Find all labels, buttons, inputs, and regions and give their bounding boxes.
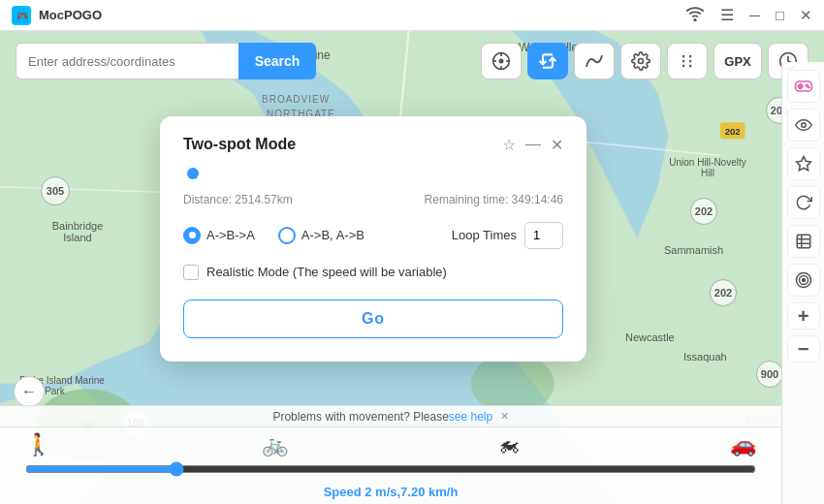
app-icon: 🎮 bbox=[12, 6, 31, 25]
modal-favorite-button[interactable]: ☆ bbox=[502, 136, 516, 154]
realistic-mode-checkbox[interactable] bbox=[183, 265, 199, 280]
modal-minimize-button[interactable]: — bbox=[525, 136, 541, 153]
title-bar-left: 🎮 MocPOGO bbox=[12, 6, 102, 25]
distance-label: Distance: 2514.57km bbox=[183, 193, 293, 206]
realistic-mode-row: Realistic Mode (The speed will be variab… bbox=[183, 265, 563, 280]
modal-distance-row: Distance: 2514.57km Remaining time: 349:… bbox=[183, 193, 563, 206]
radio-a-b-a[interactable] bbox=[183, 227, 201, 244]
loop-times-group: Loop Times bbox=[452, 222, 563, 249]
modal-overlay: Two-spot Mode ☆ — ✕ Distance: 2514.57km … bbox=[0, 31, 824, 504]
modal-close-button[interactable]: ✕ bbox=[551, 136, 563, 154]
two-spot-modal: Two-spot Mode ☆ — ✕ Distance: 2514.57km … bbox=[160, 116, 586, 362]
go-button[interactable]: Go bbox=[183, 299, 563, 338]
modal-header: Two-spot Mode ☆ — ✕ bbox=[183, 136, 563, 154]
realistic-mode-label: Realistic Mode (The speed will be variab… bbox=[206, 265, 447, 279]
menu-icon[interactable]: ☰ bbox=[720, 6, 734, 24]
option-a-b[interactable]: A->B, A->B bbox=[278, 227, 364, 244]
svg-point-2 bbox=[694, 18, 696, 20]
radio-a-b[interactable] bbox=[278, 227, 296, 244]
modal-location-dot bbox=[187, 168, 199, 179]
title-bar: 🎮 MocPOGO ☰ ─ □ ✕ bbox=[0, 0, 824, 31]
svg-text:🎮: 🎮 bbox=[16, 11, 28, 22]
minimize-button[interactable]: ─ bbox=[749, 7, 760, 23]
modal-title: Two-spot Mode bbox=[183, 136, 296, 153]
wifi-icon bbox=[685, 4, 705, 27]
loop-times-input[interactable] bbox=[524, 222, 563, 249]
modal-options: A->B->A A->B, A->B Loop Times bbox=[183, 222, 563, 249]
map-area: 485 202 🌳 Shoreline Woodinville BROADVIE… bbox=[0, 31, 824, 504]
modal-header-icons: ☆ — ✕ bbox=[502, 136, 563, 154]
app-title: MocPOGO bbox=[39, 8, 102, 22]
option-a-b-a[interactable]: A->B->A bbox=[183, 227, 255, 244]
title-bar-right: ☰ ─ □ ✕ bbox=[685, 4, 812, 27]
maximize-button[interactable]: □ bbox=[776, 7, 784, 23]
loop-times-label: Loop Times bbox=[452, 228, 517, 242]
remaining-label: Remaining time: 349:14:46 bbox=[425, 193, 563, 206]
close-button[interactable]: ✕ bbox=[800, 7, 812, 24]
